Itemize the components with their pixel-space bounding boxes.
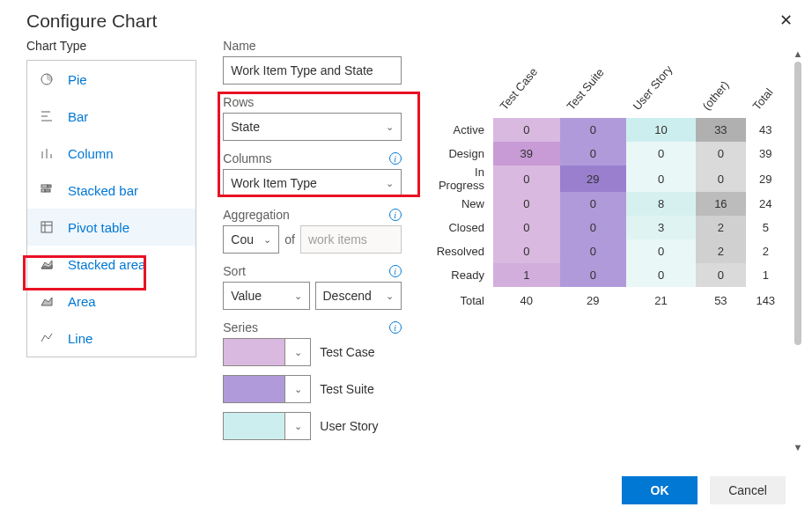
pivot-cell: 2 (696, 239, 745, 263)
pivot-row-header: Resolved (437, 239, 493, 263)
pivot-cell: 1 (746, 263, 786, 287)
columns-label: Columns (223, 151, 271, 165)
ok-button[interactable]: OK (622, 476, 698, 504)
scroll-thumb[interactable] (794, 62, 801, 345)
color-swatch (224, 376, 284, 402)
pivot-preview: Test CaseTest SuiteUser Story(other)Tota… (437, 65, 786, 311)
pivot-cell: 10 (626, 118, 696, 142)
pivot-cell: 143 (746, 287, 786, 311)
pivot-cell: 0 (560, 216, 626, 239)
sort-by-select[interactable]: Value ⌄ (223, 282, 309, 310)
pivot-cell: 29 (560, 287, 626, 311)
pivot-cell: 2 (746, 239, 786, 263)
name-input[interactable]: Work Item Type and State (223, 56, 401, 85)
pivot-cell: 1 (493, 263, 560, 287)
pivot-cell: 0 (493, 118, 560, 142)
series-color-select[interactable]: ⌄ (223, 338, 311, 366)
pivot-row-header: New (437, 192, 493, 216)
chevron-down-icon: ⌄ (386, 178, 394, 189)
pivot-cell: 43 (746, 118, 786, 142)
chart-type-bar[interactable]: Bar (27, 98, 196, 135)
pivot-cell: 0 (560, 263, 626, 287)
chart-type-label: Pivot table (68, 220, 129, 235)
cancel-button[interactable]: Cancel (710, 476, 786, 504)
series-name: Test Case (320, 345, 374, 359)
pivot-row-header: Design (437, 142, 493, 165)
info-icon[interactable]: i (389, 209, 402, 221)
series-name: Test Suite (320, 382, 373, 396)
scrollbar[interactable]: ▲ ▼ (791, 48, 805, 453)
pivot-cell: 0 (696, 165, 745, 192)
pivot-col-header: User Story (626, 65, 696, 118)
chart-type-label: Pie (68, 72, 87, 87)
pivot-cell: 0 (560, 142, 626, 165)
series-row: ⌄Test Suite (223, 375, 401, 403)
chevron-down-icon: ⌄ (294, 290, 302, 302)
chart-type-label: Chart Type (26, 39, 196, 53)
pivot-col-header: (other) (696, 65, 745, 118)
columns-select[interactable]: Work Item Type ⌄ (223, 169, 401, 197)
pivot-cell: 0 (626, 165, 696, 192)
info-icon[interactable]: i (389, 321, 402, 334)
pivot-cell: 53 (696, 287, 745, 311)
pivot-row-header: Ready (437, 263, 493, 287)
series-color-select[interactable]: ⌄ (223, 412, 311, 440)
chart-type-line[interactable]: Line (27, 320, 196, 357)
info-icon[interactable]: i (389, 265, 402, 277)
stacked-bar-icon (38, 183, 55, 197)
pivot-cell: 5 (746, 216, 786, 239)
close-icon[interactable]: ✕ (779, 11, 793, 30)
aggregation-label: Aggregation (223, 208, 290, 222)
pivot-cell: 0 (696, 263, 745, 287)
series-label: Series (223, 320, 258, 335)
line-icon (38, 331, 55, 345)
chart-type-area[interactable]: Area (27, 283, 196, 320)
svg-rect-10 (45, 189, 50, 192)
aggregation-of-label: of (284, 232, 295, 246)
chevron-down-icon: ⌄ (386, 290, 394, 302)
scroll-up-icon[interactable]: ▲ (791, 48, 805, 60)
chevron-down-icon: ⌄ (263, 234, 271, 246)
pivot-cell: 33 (696, 118, 745, 142)
pivot-cell: 39 (493, 142, 560, 165)
pivot-table-icon (38, 220, 55, 234)
pivot-cell: 0 (696, 142, 745, 165)
aggregation-target: work items (300, 225, 402, 254)
pivot-cell: 0 (493, 239, 560, 263)
chart-type-label: Bar (68, 109, 88, 124)
series-row: ⌄Test Case (223, 338, 401, 366)
chart-type-pivot-table[interactable]: Pivot table (27, 209, 196, 246)
color-swatch (224, 339, 284, 365)
info-icon[interactable]: i (389, 152, 402, 165)
chart-type-list: PieBarColumnStacked barPivot tableStacke… (26, 60, 196, 357)
pivot-cell: 8 (626, 192, 696, 216)
sort-label: Sort (223, 264, 246, 278)
chart-type-stacked-area[interactable]: Stacked area (27, 246, 196, 283)
dialog-title: Configure Chart (0, 0, 812, 39)
chart-type-column[interactable]: Column (27, 135, 196, 172)
chevron-down-icon: ⌄ (284, 376, 310, 402)
chart-type-stacked-bar[interactable]: Stacked bar (27, 172, 196, 209)
chart-type-label: Stacked area (68, 257, 145, 272)
sort-dir-select[interactable]: Descend ⌄ (315, 282, 402, 310)
pivot-cell: 0 (626, 263, 696, 287)
scroll-down-icon[interactable]: ▼ (791, 441, 805, 453)
name-label: Name (223, 39, 255, 53)
pivot-cell: 29 (560, 165, 626, 192)
series-color-select[interactable]: ⌄ (223, 375, 311, 403)
aggregation-select[interactable]: Cou ⌄ (223, 225, 279, 254)
chart-type-label: Column (68, 146, 114, 161)
pivot-cell: 0 (493, 216, 560, 239)
rows-select[interactable]: State ⌄ (223, 113, 401, 141)
pivot-row-header: Active (437, 118, 493, 142)
svg-rect-7 (41, 185, 48, 187)
rows-label: Rows (223, 95, 254, 109)
pivot-cell: 16 (696, 192, 745, 216)
pivot-cell: 0 (626, 239, 696, 263)
pivot-col-header: Total (746, 65, 786, 118)
chart-type-pie[interactable]: Pie (27, 61, 196, 98)
column-icon (38, 146, 55, 160)
series-name: User Story (320, 419, 378, 433)
bar-icon (38, 109, 55, 123)
color-swatch (224, 413, 284, 439)
